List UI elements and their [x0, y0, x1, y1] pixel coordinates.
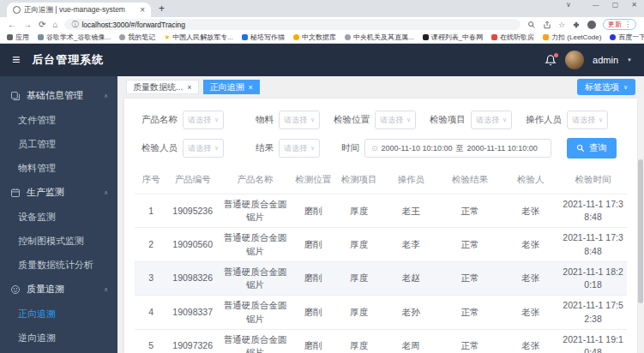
- window-close-icon[interactable]: ✕: [631, 1, 637, 9]
- bookmark-item[interactable]: 力扣 (LeetCode): [543, 33, 601, 42]
- search-label: 查询: [589, 142, 607, 154]
- header-right: admin ▼: [545, 51, 632, 69]
- profile-avatar[interactable]: [587, 21, 596, 29]
- select-placeholder: 请选择: [188, 115, 211, 126]
- table-cell: 普通硬质合金圆锯片: [218, 329, 292, 353]
- back-icon[interactable]: ←: [8, 21, 16, 29]
- result-select[interactable]: 请选择∨: [279, 139, 320, 158]
- bookmark-item[interactable]: 谷歌学术_谷歌镜像...: [38, 33, 111, 42]
- tab-close-icon[interactable]: ×: [249, 83, 253, 92]
- time-range-input[interactable]: ⊙ 2000-11-10 10:10:00 至 2000-11-11 10:10…: [364, 139, 551, 158]
- chevron-up-icon: ∧: [104, 93, 108, 99]
- table-cell: 普通硬质合金圆锯片: [218, 296, 292, 329]
- time-separator: 至: [455, 143, 463, 154]
- tag-options-label: 标签选项: [585, 81, 619, 93]
- sidebar-group-production-monitor[interactable]: 生产监测 ∧: [0, 180, 117, 205]
- bookmark-item[interactable]: 中文数据库: [293, 33, 336, 42]
- maximize-icon[interactable]: ▢: [612, 1, 619, 9]
- search-button[interactable]: 查询: [567, 138, 617, 159]
- operator-select[interactable]: 请选择∨: [567, 111, 608, 129]
- bookmark-favicon: [119, 34, 125, 40]
- bookmark-item[interactable]: 课程列表_中春网: [423, 33, 483, 42]
- forward-icon[interactable]: →: [23, 21, 32, 29]
- sidebar-item-file-mgmt[interactable]: 文件管理: [0, 108, 117, 132]
- reload-icon[interactable]: ⟳: [39, 21, 45, 29]
- toolbar-icons: ☆ 更新 ⋮: [527, 19, 636, 30]
- browser-tabstrip: 正向追溯 | vue-manage-system × + ∨ — ▢ ✕: [0, 0, 644, 17]
- product-name-select[interactable]: 请选择∨: [183, 111, 224, 129]
- material-select[interactable]: 请选择∨: [279, 111, 320, 129]
- share-icon[interactable]: [543, 21, 551, 29]
- bookmark-item[interactable]: 我的笔记: [119, 33, 155, 42]
- user-menu-caret-icon[interactable]: ▼: [627, 57, 632, 63]
- inspector-select[interactable]: 请选择∨: [183, 139, 224, 158]
- sidebar-group-quality-trace[interactable]: 质量追溯 ∧: [0, 277, 117, 302]
- new-tab-button[interactable]: +: [159, 3, 165, 15]
- filter-label: 物料: [231, 114, 274, 126]
- sidebar-group-basic-info[interactable]: 基础信息管理 ∧: [0, 83, 117, 108]
- sidebar-item-control-chart[interactable]: 控制图模式监测: [0, 229, 117, 253]
- bookmark-favicon: [242, 34, 248, 40]
- face-icon: [10, 284, 21, 295]
- bookmark-favicon: [610, 34, 616, 40]
- bookmark-star-icon[interactable]: ☆: [558, 21, 565, 29]
- tag-options-button[interactable]: 标签选项 ∨: [577, 79, 635, 95]
- column-header: 检验人: [502, 166, 559, 194]
- browser-tab[interactable]: 正向追溯 | vue-manage-system ×: [7, 3, 151, 17]
- minimize-icon[interactable]: —: [593, 1, 599, 9]
- browser-menu-icon[interactable]: ⋮: [624, 21, 631, 28]
- hamburger-icon[interactable]: ≡: [12, 53, 20, 67]
- screen: 正向追溯 | vue-manage-system × + ∨ — ▢ ✕ ← →…: [0, 0, 644, 353]
- inspect-item-select[interactable]: 请选择∨: [471, 111, 512, 129]
- bookmark-item[interactable]: ★中国人民解放军专...: [164, 33, 233, 42]
- tab-close-icon[interactable]: ×: [140, 6, 145, 15]
- extensions-icon[interactable]: [572, 21, 581, 29]
- inspect-position-select[interactable]: 请选择∨: [375, 111, 416, 129]
- bookmark-label: 力扣 (LeetCode): [551, 33, 601, 42]
- bookmark-label: 我的笔记: [128, 33, 155, 42]
- sidebar-item-material-mgmt[interactable]: 物料管理: [0, 156, 117, 180]
- table-cell: 磨削: [292, 261, 334, 295]
- table-cell: 正常: [438, 228, 503, 261]
- bookmark-item[interactable]: 中央机关及其直属...: [345, 33, 414, 42]
- filter-label: 检验人员: [135, 142, 178, 154]
- tab-search-icon[interactable]: ∨: [566, 1, 571, 9]
- user-avatar[interactable]: [565, 51, 584, 69]
- zoom-icon[interactable]: [527, 21, 536, 29]
- bookmark-item[interactable]: 百度一下，你就知道: [610, 33, 644, 42]
- results-table: 序号 产品编号 产品名称 检测位置 检测项目 操作员 检验结果 检验人 检验时间: [135, 166, 627, 353]
- table-cell: 2021-11-1 17:38:48: [559, 228, 627, 261]
- tab-forward-tracing[interactable]: 正向追溯 ×: [203, 80, 260, 94]
- bookmark-label: 中文数据库: [302, 33, 336, 42]
- tab-label: 正向追溯: [210, 81, 244, 93]
- sidebar-item-device-monitor[interactable]: 设备监测: [0, 205, 117, 229]
- bookmark-item[interactable]: 在线听歌房: [491, 33, 534, 42]
- column-header: 检验时间: [559, 166, 627, 194]
- clock-icon: ⊙: [371, 144, 378, 153]
- site-info-icon[interactable]: ⓘ: [71, 20, 78, 29]
- notification-bell-button[interactable]: [545, 54, 557, 66]
- scrollbar[interactable]: [638, 98, 643, 353]
- bookmark-favicon: [293, 34, 299, 40]
- update-button[interactable]: 更新 ⋮: [603, 19, 636, 30]
- sidebar-item-employee-mgmt[interactable]: 员工管理: [0, 132, 117, 156]
- bookmark-item[interactable]: 秘塔写作猫: [242, 33, 285, 42]
- bookmark-apps[interactable]: 应用: [7, 33, 29, 42]
- bookmarks-bar: 应用 谷歌学术_谷歌镜像... 我的笔记 ★中国人民解放军专... 秘塔写作猫 …: [0, 32, 644, 44]
- bookmark-label: 课程列表_中春网: [431, 33, 483, 42]
- sidebar-item-backward-tracing[interactable]: 逆向追溯: [0, 326, 117, 350]
- select-placeholder: 请选择: [188, 143, 211, 154]
- table-cell: 老李: [384, 228, 438, 261]
- chevron-up-icon: ∧: [104, 286, 108, 293]
- table-cell: 厚度: [334, 194, 384, 228]
- sidebar-item-quality-stats[interactable]: 质量数据统计分析: [0, 253, 117, 277]
- bookmark-favicon: [423, 34, 429, 40]
- column-header: 检测项目: [334, 166, 384, 194]
- tab-quality-stats[interactable]: 质量数据统... ×: [126, 80, 199, 94]
- tab-close-icon[interactable]: ×: [187, 83, 191, 92]
- home-icon[interactable]: ⌂: [52, 21, 57, 29]
- address-bar[interactable]: ⓘ localhost:3000/#/forwardTracing: [64, 19, 520, 30]
- sidebar-item-forward-tracing[interactable]: 正向追溯: [0, 302, 117, 326]
- scrollbar-thumb[interactable]: [638, 159, 643, 303]
- table-cell: 正常: [438, 296, 503, 329]
